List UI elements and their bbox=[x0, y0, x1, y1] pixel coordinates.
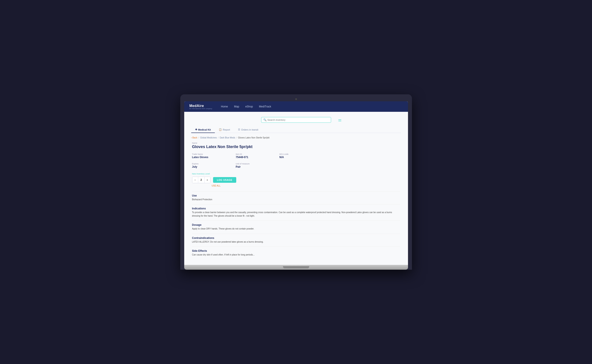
unit-block: Unit of measure Pair bbox=[236, 163, 279, 168]
decrease-quantity-button[interactable]: − bbox=[192, 177, 198, 183]
unit-label: Unit of measure bbox=[236, 163, 279, 165]
search-input[interactable] bbox=[261, 117, 331, 123]
contraindications-text: LATEX ALLERGY. Do not use powdered latex… bbox=[192, 240, 400, 244]
quantity-row: − 2 + LOG USAGE bbox=[192, 177, 400, 183]
quantity-value: 2 bbox=[198, 177, 205, 183]
item-id-value: 75448-071 bbox=[236, 156, 279, 159]
trade-name-label: Trade Name bbox=[192, 153, 236, 155]
nav-link-eshop[interactable]: eShop bbox=[245, 105, 253, 108]
quantity-control: − 2 + bbox=[192, 177, 210, 183]
nav-link-home[interactable]: Home bbox=[221, 105, 228, 108]
log-usage-button[interactable]: LOG USAGE bbox=[213, 177, 236, 183]
expires-label: Expires bbox=[192, 163, 236, 165]
search-wrapper: 🔍 ⚌ bbox=[261, 117, 331, 123]
nav-link-meditrack[interactable]: MediTrack bbox=[259, 105, 271, 108]
breadcrumb: ‹ Back / Global Medicines / Dark Blue Me… bbox=[191, 136, 401, 139]
breadcrumb-global-medicines[interactable]: Global Medicines bbox=[200, 136, 217, 139]
unit-value: Pair bbox=[236, 165, 279, 168]
expires-value: July bbox=[192, 165, 236, 168]
divider-5 bbox=[192, 247, 400, 247]
inventory-level-label: New Inventory Level bbox=[192, 173, 400, 175]
main-content: 🔍 ⚌ ✚ Medical Kit 📋 Report ☰ Orders in t… bbox=[184, 112, 408, 265]
use-text: Biohazard Protection bbox=[192, 198, 400, 201]
mca-code-label: MCA code bbox=[279, 153, 323, 155]
indications-text: To provide a clean barrier between you a… bbox=[192, 211, 400, 217]
nav-links: Home Map eShop MediTrack bbox=[221, 105, 403, 108]
logo-sub: An International SOS company bbox=[189, 108, 213, 109]
tabs-row: ✚ Medical Kit 📋 Report ☰ Orders in trans… bbox=[191, 127, 401, 133]
nav-link-map[interactable]: Map bbox=[234, 105, 239, 108]
search-row: 🔍 ⚌ bbox=[191, 117, 401, 123]
side-effects-text: Can cause dry skin if used often. If lef… bbox=[192, 253, 400, 257]
expires-row: Expires July Unit of measure Pair bbox=[192, 163, 400, 168]
report-tab-icon: 📋 bbox=[219, 128, 222, 131]
divider-3 bbox=[192, 221, 400, 221]
contraindications-section: Contraindications LATEX ALLERGY. Do not … bbox=[192, 236, 400, 244]
tab-report[interactable]: 📋 Report bbox=[215, 127, 234, 133]
navbar: MedAire An International SOS company Hom… bbox=[184, 101, 408, 112]
logo: MedAire An International SOS company bbox=[189, 104, 213, 109]
side-effects-heading: Side Effects bbox=[192, 249, 400, 253]
mca-code-block: MCA code N/A bbox=[279, 153, 323, 159]
indications-heading: Indications bbox=[192, 207, 400, 210]
mca-code-value: N/A bbox=[279, 156, 323, 159]
item-id-block: Item ID 75448-071 bbox=[236, 153, 279, 159]
product-section: Name Gloves Latex Non Sterile 5pr/pkt Tr… bbox=[191, 142, 401, 257]
trade-name-block: Trade Name Latex Gloves bbox=[192, 153, 236, 159]
tab-orders-in-transit[interactable]: ☰ Orders in transit bbox=[234, 127, 262, 133]
use-heading: Use bbox=[192, 194, 400, 197]
search-icon: 🔍 bbox=[263, 118, 267, 121]
expires-block: Expires July bbox=[192, 163, 236, 168]
barcode-icon[interactable]: ⚌ bbox=[338, 117, 342, 122]
contraindications-heading: Contraindications bbox=[192, 236, 400, 240]
trade-name-value: Latex Gloves bbox=[192, 156, 236, 159]
divider-2 bbox=[192, 204, 400, 204]
orders-tab-icon: ☰ bbox=[238, 128, 240, 131]
use-section: Use Biohazard Protection bbox=[192, 194, 400, 201]
breadcrumb-dark-blue-meds[interactable]: Dark Blue Meds bbox=[220, 136, 235, 139]
item-id-label: Item ID bbox=[236, 153, 279, 155]
tab-medical-kit[interactable]: ✚ Medical Kit bbox=[191, 127, 215, 133]
dosage-heading: Dosage bbox=[192, 223, 400, 227]
laptop-notch bbox=[283, 266, 309, 268]
meta-grid: Trade Name Latex Gloves Item ID 75448-07… bbox=[192, 153, 400, 159]
increase-quantity-button[interactable]: + bbox=[205, 177, 210, 183]
breadcrumb-current: Gloves Latex Non Sterile 5pr/pkt bbox=[238, 136, 269, 139]
indications-section: Indications To provide a clean barrier b… bbox=[192, 207, 400, 217]
side-effects-section: Side Effects Can cause dry skin if used … bbox=[192, 249, 400, 257]
product-name: Gloves Latex Non Sterile 5pr/pkt bbox=[192, 144, 400, 149]
breadcrumb-back[interactable]: ‹ Back bbox=[191, 136, 197, 139]
use-all-link[interactable]: USE ALL bbox=[212, 184, 400, 187]
medical-kit-tab-icon: ✚ bbox=[195, 128, 197, 131]
dosage-section: Dosage Apply to clean DRY hands. These g… bbox=[192, 223, 400, 231]
dosage-text: Apply to clean DRY hands. These gloves d… bbox=[192, 227, 400, 231]
logo-main: MedAire bbox=[189, 104, 213, 108]
product-name-label: Name bbox=[192, 142, 400, 144]
laptop-base bbox=[184, 265, 408, 270]
